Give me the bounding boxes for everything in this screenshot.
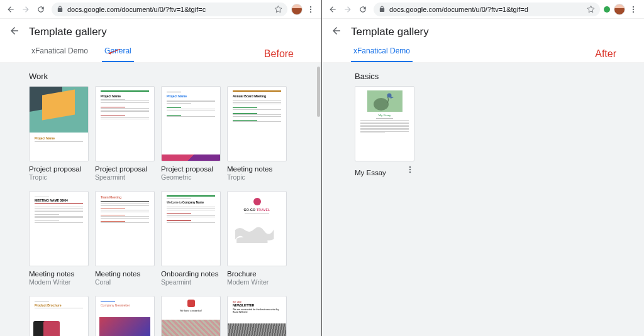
template-thumb: Team Meeting (95, 191, 155, 266)
url-text: docs.google.com/document/u/0/?ftv=1&tgif… (67, 6, 270, 13)
gallery-back-icon[interactable] (331, 25, 342, 40)
star-icon[interactable] (587, 5, 595, 13)
template-card[interactable]: the vibe NEWSLETTER We are nominated for… (227, 296, 287, 336)
section-title: Work (0, 63, 321, 86)
template-title: Project proposal (161, 165, 221, 173)
browser-chrome: docs.google.com/document/u/0/?ftv=1&tgif… (0, 0, 321, 19)
template-subtitle: Modern Writer (227, 278, 287, 286)
template-title: Project proposal (29, 165, 89, 173)
essay-title: My Essay (355, 114, 414, 117)
star-icon[interactable] (274, 5, 282, 13)
more-icon[interactable] (406, 165, 414, 176)
template-card[interactable]: Project Name Project proposal Spearmint (95, 86, 155, 181)
annotation-arrow-icon (106, 48, 121, 58)
template-card[interactable]: Project Name Project proposal Tropic (29, 86, 89, 181)
browser-chrome: docs.google.com/document/u/0/?ftv=1&tgif… (322, 0, 644, 19)
svg-point-4 (633, 8, 634, 9)
template-title: Meeting notes (29, 270, 89, 278)
tab-xfanatical-demo[interactable]: xFanatical Demo (29, 45, 91, 62)
svg-point-3 (633, 6, 634, 7)
reload-icon[interactable] (356, 3, 370, 16)
template-thumb: Product Brochure (29, 296, 89, 336)
page-header: Template gallery (0, 19, 321, 45)
template-title: My Essay (355, 169, 386, 176)
gallery-back-icon[interactable] (9, 25, 20, 40)
template-thumb: Annual Board Meeting (227, 86, 287, 161)
template-title: Onboarding notes (161, 270, 221, 278)
template-title: Meeting notes (227, 165, 287, 173)
avatar[interactable] (614, 4, 625, 15)
svg-point-9 (409, 169, 411, 170)
template-subtitle: Spearmint (161, 278, 221, 286)
svg-point-2 (310, 11, 311, 12)
template-card[interactable]: MEETING NAME 09/04 Meeting notes Modern … (29, 191, 89, 286)
template-card[interactable]: GO-GO TRAVEL Brochure Modern Writer (227, 191, 287, 286)
url-text: docs.google.com/document/u/0/?ftv=1&tgif… (389, 6, 583, 13)
tabs-row: xFanatical Demo After (322, 45, 644, 63)
page-title: Template gallery (29, 26, 107, 38)
template-title: Brochure (227, 270, 287, 278)
template-card[interactable]: Team Meeting Meeting notes Coral (95, 191, 155, 286)
content-area: Work Project Name Project proposal Tropi… (0, 63, 321, 336)
template-thumb: the vibe NEWSLETTER We are nominated for… (227, 296, 287, 336)
template-title: Project proposal (95, 165, 155, 173)
kebab-icon[interactable] (304, 3, 318, 16)
scrollbar[interactable] (317, 67, 320, 117)
svg-point-1 (310, 8, 311, 9)
template-thumb: We have a surprise! (161, 296, 221, 336)
svg-point-0 (310, 6, 311, 7)
template-grid: My Essay My Essay (322, 86, 644, 187)
page-header: Template gallery (322, 19, 644, 45)
address-bar[interactable]: docs.google.com/document/u/0/?ftv=1&tgif… (374, 3, 600, 16)
after-pane: docs.google.com/document/u/0/?ftv=1&tgif… (322, 0, 644, 336)
template-thumb: GO-GO TRAVEL (227, 191, 287, 266)
template-card[interactable]: We have a surprise! (161, 296, 221, 336)
lock-icon (379, 6, 386, 13)
template-subtitle: Modern Writer (29, 278, 89, 286)
template-title: Meeting notes (95, 270, 155, 278)
template-subtitle: Tropic (29, 173, 89, 181)
section-title: Basics (322, 63, 644, 86)
before-label: Before (264, 48, 294, 60)
address-bar[interactable]: docs.google.com/document/u/0/?ftv=1&tgif… (52, 3, 287, 16)
forward-icon[interactable] (341, 3, 355, 16)
tabs-row: xFanatical Demo General Before (0, 45, 321, 63)
forward-icon[interactable] (19, 3, 33, 16)
template-thumb: Project Name (95, 86, 155, 161)
template-grid: Project Name Project proposal Tropic Pro… (0, 86, 321, 336)
template-subtitle: Spearmint (95, 173, 155, 181)
back-icon[interactable] (4, 3, 18, 16)
template-subtitle: Coral (95, 278, 155, 286)
template-thumb: Company Newsletter (95, 296, 155, 336)
content-area: Basics My Essay My Essay (322, 63, 644, 336)
template-card[interactable]: Welcome to Company Name Onboarding notes… (161, 191, 221, 286)
avatar[interactable] (291, 4, 303, 15)
template-thumb: MEETING NAME 09/04 (29, 191, 89, 266)
tab-xfanatical-demo[interactable]: xFanatical Demo (351, 45, 413, 62)
template-thumb: Welcome to Company Name (161, 191, 221, 266)
svg-point-6 (374, 98, 389, 111)
template-thumb: My Essay (355, 86, 414, 161)
lock-icon (57, 6, 64, 13)
svg-point-5 (633, 11, 634, 12)
template-card[interactable]: Project Name Project proposal Geometric (161, 86, 221, 181)
extension-icon[interactable] (604, 6, 610, 13)
template-subtitle: Tropic (227, 173, 287, 181)
after-label: After (595, 48, 616, 60)
template-card[interactable]: Company Newsletter (95, 296, 155, 336)
page-title: Template gallery (351, 26, 429, 38)
template-card[interactable]: Product Brochure (29, 296, 89, 336)
template-subtitle: Geometric (161, 173, 221, 181)
before-pane: docs.google.com/document/u/0/?ftv=1&tgif… (0, 0, 322, 336)
svg-point-8 (409, 166, 411, 168)
svg-point-10 (409, 171, 411, 173)
reload-icon[interactable] (34, 3, 48, 16)
template-thumb: Project Name (29, 86, 89, 161)
template-card[interactable]: My Essay My Essay (355, 86, 414, 176)
template-thumb: Project Name (161, 86, 221, 161)
template-card[interactable]: Annual Board Meeting Meeting notes Tropi… (227, 86, 287, 181)
kebab-icon[interactable] (626, 3, 640, 16)
back-icon[interactable] (326, 3, 340, 16)
